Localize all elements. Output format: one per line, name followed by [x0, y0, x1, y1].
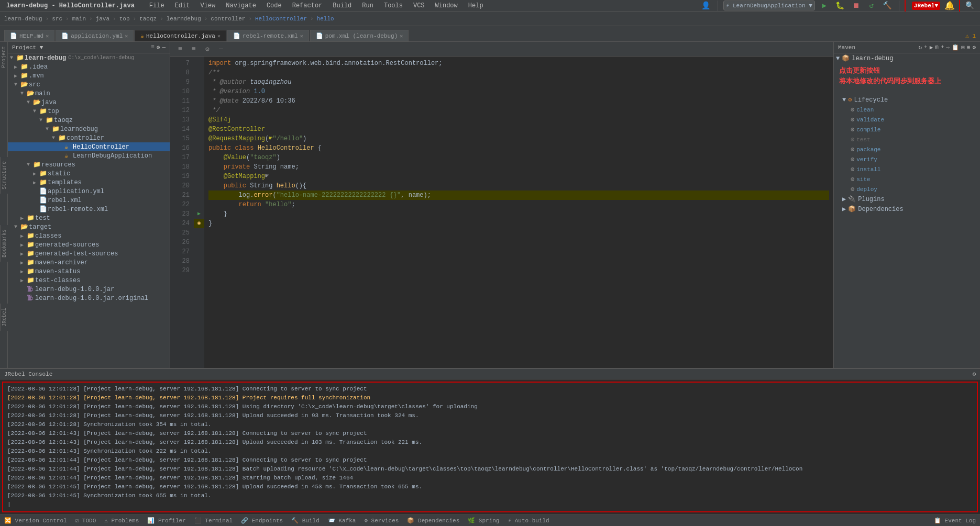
maven-site[interactable]: ⚙ site	[834, 174, 980, 184]
maven-install[interactable]: ⚙ install	[834, 164, 980, 174]
tab-hellocontroller[interactable]: ☕ HelloController.java ✕	[135, 30, 226, 41]
nav-java[interactable]: java	[96, 16, 109, 22]
menu-file[interactable]: File	[147, 1, 167, 10]
menu-run[interactable]: Run	[360, 1, 376, 10]
status-kafka[interactable]: 📨 Kafka	[328, 517, 356, 524]
menu-refactor[interactable]: Refactor	[290, 1, 325, 10]
status-version-control[interactable]: 🔀 Version Control	[4, 517, 67, 524]
maven-btn4[interactable]: ⇨	[946, 44, 950, 51]
refresh-button[interactable]: ↺	[865, 0, 878, 12]
code-editor[interactable]: import org.springframework.web.bind.anno…	[204, 57, 833, 368]
tree-item-controller[interactable]: ▼ 📁 controller	[8, 133, 170, 142]
user-icon[interactable]: 👤	[699, 0, 712, 11]
nav-learndebug[interactable]: learndebug	[167, 16, 201, 22]
nav-hello[interactable]: hello	[317, 16, 334, 22]
menu-view[interactable]: View	[198, 1, 217, 10]
maven-lifecycle-section[interactable]: ▼ ⚙ Lifecycle	[834, 95, 980, 105]
build-button[interactable]: 🔨	[881, 0, 894, 12]
tree-item-maven-status[interactable]: ▶ 📁 maven-status	[8, 267, 170, 276]
nav-src[interactable]: src	[52, 16, 62, 22]
tree-item-templates[interactable]: ▶ 📁 templates	[8, 178, 170, 187]
tree-item[interactable]: ▼ 📂 java	[8, 98, 170, 107]
maven-refresh-btn[interactable]: ↻	[918, 44, 922, 51]
tree-item-hellocontroller[interactable]: ☕ HelloController	[8, 142, 170, 151]
maven-settings-btn[interactable]: ⚙	[972, 44, 976, 51]
maven-verify[interactable]: ⚙ verify	[834, 154, 980, 164]
jrebel-badge[interactable]: JRebel▼	[912, 2, 940, 10]
nav-controller[interactable]: controller	[211, 16, 245, 22]
sidebar-close-btn[interactable]: —	[162, 44, 166, 51]
maven-validate[interactable]: ⚙ validate	[834, 115, 980, 125]
status-profiler[interactable]: 📊 Profiler	[147, 517, 185, 524]
project-strip-label[interactable]: Project	[0, 42, 8, 72]
nav-taoqz[interactable]: taoqz	[139, 16, 157, 22]
maven-plugins-section[interactable]: ▶ 🔌 Plugins	[834, 194, 980, 204]
jrebel-sync-btn[interactable]: 🔔	[942, 0, 957, 12]
tree-item-learndebug[interactable]: ▼ 📁 learndebug	[8, 125, 170, 133]
menu-help[interactable]: Help	[466, 1, 486, 10]
tree-item-test-classes[interactable]: ▶ 📁 test-classes	[8, 276, 170, 285]
editor-btn-collapse[interactable]: ≡	[188, 43, 200, 55]
search-button[interactable]: 🔍	[963, 0, 976, 12]
structure-strip[interactable]: Structure	[0, 157, 8, 194]
tree-item-application-yml[interactable]: 📄 application.yml	[8, 187, 170, 196]
sidebar-expand-btn[interactable]: ≡	[151, 44, 155, 51]
maven-btn5[interactable]: 📋	[952, 44, 959, 51]
maven-btn6[interactable]: ⊟	[961, 44, 965, 51]
nav-hellocontroller[interactable]: HelloController	[255, 16, 307, 22]
tab-pom-xml[interactable]: 📄 pom.xml (learn-debug) ✕	[310, 30, 409, 41]
status-event-log[interactable]: 📋 Event Log	[934, 518, 976, 524]
maven-btn2[interactable]: m	[935, 44, 939, 51]
tree-item-classes[interactable]: ▶ 📁 classes	[8, 231, 170, 240]
tab-application-yml[interactable]: 📄 application.yml ✕	[56, 30, 134, 41]
run-line-gutter[interactable]: ▶	[194, 209, 204, 219]
stop-button[interactable]: ⏹	[850, 0, 862, 12]
maven-clean[interactable]: ⚙ clean	[834, 105, 980, 115]
tab-help-md[interactable]: 📄 HELP.md ✕	[4, 30, 54, 41]
tree-item[interactable]: ▶ 📁 .mvn	[8, 71, 170, 80]
tree-item-static[interactable]: ▶ 📁 static	[8, 169, 170, 178]
debug-button[interactable]: 🐛	[834, 0, 846, 12]
maven-dependencies-section[interactable]: ▶ 📦 Dependencies	[834, 204, 980, 214]
menu-navigate[interactable]: Navigate	[224, 1, 258, 10]
maven-btn3[interactable]: +	[941, 44, 944, 51]
menu-vcs[interactable]: VCS	[411, 1, 427, 10]
editor-btn-gear[interactable]: ⚙	[202, 43, 213, 55]
tree-item-maven-archiver[interactable]: ▶ 📁 maven-archiver	[8, 258, 170, 267]
tree-item-test[interactable]: ▶ 📁 test	[8, 214, 170, 222]
maven-package[interactable]: ⚙ package	[834, 144, 980, 154]
nav-main[interactable]: main	[72, 16, 86, 22]
tree-item-top[interactable]: ▼ 📁 top	[8, 107, 170, 116]
run-button[interactable]: ▶	[818, 0, 831, 12]
menu-tools[interactable]: Tools	[382, 1, 405, 10]
tree-item[interactable]: ▼ 📂 src	[8, 80, 170, 89]
status-problems[interactable]: ⚠ Problems	[104, 517, 139, 524]
app-name-badge[interactable]: ⚡ LearnDebugApplication ▼	[723, 1, 815, 10]
sidebar-gear-btn[interactable]: ⚙	[157, 44, 160, 51]
status-build[interactable]: 🔨 Build	[291, 517, 320, 524]
menu-edit[interactable]: Edit	[173, 1, 192, 10]
jrebel-strip[interactable]: JRebel	[0, 304, 8, 331]
tree-item-taoqz[interactable]: ▼ 📁 taoqz	[8, 116, 170, 125]
editor-btn-expand[interactable]: ≡	[174, 43, 186, 55]
nav-learn-debug[interactable]: learn-debug	[4, 16, 42, 22]
tree-item-gen-sources[interactable]: ▶ 📁 generated-sources	[8, 240, 170, 249]
maven-deploy[interactable]: ⚙ deploy	[834, 184, 980, 194]
status-services[interactable]: ⚙ Services	[364, 517, 399, 524]
menu-window[interactable]: Window	[433, 1, 460, 10]
maven-project-item[interactable]: ▼ 📦 learn-debug	[834, 53, 980, 63]
status-dependencies[interactable]: 📦 Dependencies	[407, 517, 459, 524]
status-spring[interactable]: 🌿 Spring	[468, 517, 499, 524]
status-todo[interactable]: ☑ TODO	[75, 517, 96, 524]
tab-rebel-remote-xml[interactable]: 📄 rebel-remote.xml ✕	[227, 30, 309, 41]
maven-test[interactable]: ⚙ test	[834, 135, 980, 144]
console-gear-btn[interactable]: ⚙	[972, 371, 976, 377]
status-terminal[interactable]: ⬛ Terminal	[194, 517, 233, 524]
status-endpoints[interactable]: 🔗 Endpoints	[241, 517, 283, 524]
tree-item-rebel-xml[interactable]: 📄 rebel.xml	[8, 196, 170, 205]
bookmarks-strip[interactable]: Bookmarks	[0, 225, 8, 262]
tree-item[interactable]: ▶ 📁 .idea	[8, 62, 170, 71]
debug-line-gutter[interactable]: ◉	[194, 219, 204, 228]
console-output[interactable]: [2022-08-06 12:01:28] [Project learn-deb…	[2, 382, 978, 512]
tree-item-jar[interactable]: 🗜 learn-debug-1.0.0.jar	[8, 285, 170, 294]
